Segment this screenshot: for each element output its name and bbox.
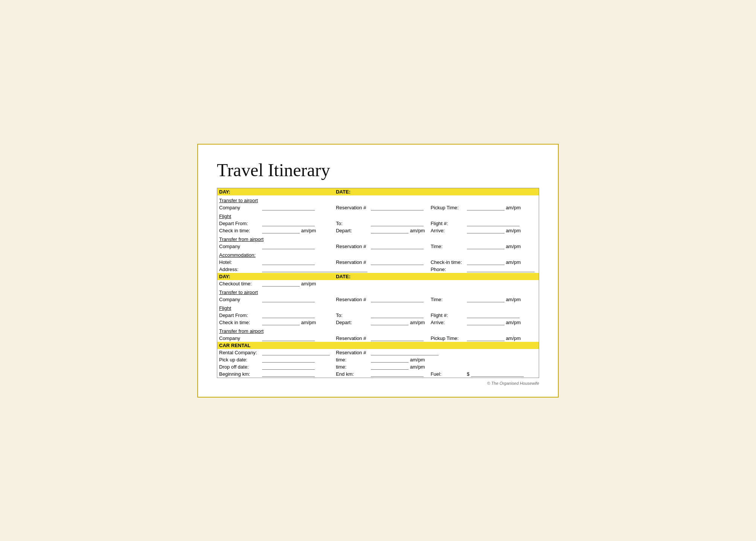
- d2-flight-flightnum-input[interactable]: [465, 312, 539, 319]
- d2-transfer1-company-input[interactable]: [260, 296, 334, 303]
- d2-flight-arrive-input[interactable]: am/pm: [465, 319, 539, 326]
- checkout-row: Checkout time: am/pm: [217, 280, 539, 287]
- transfer-from1-time-input[interactable]: am/pm: [465, 243, 539, 250]
- d2-flight-checkin-input[interactable]: am/pm: [260, 319, 334, 326]
- car-row1: Rental Company: Reservation #: [217, 349, 539, 356]
- flight1-depart-input[interactable]: am/pm: [369, 227, 428, 234]
- d2-flight-title: Flight: [219, 305, 231, 311]
- d2-transfer-from-title: Transfer from airport: [219, 328, 264, 334]
- transfer1-pickup-input[interactable]: am/pm: [465, 204, 539, 211]
- transfer-from1-company-label: Company: [217, 243, 261, 250]
- d2-flight-ampm1: am/pm: [301, 320, 316, 325]
- accomm-hotel-input[interactable]: [260, 259, 334, 266]
- accomm-address-input[interactable]: [260, 266, 429, 273]
- car-pickup-date-input[interactable]: [260, 356, 334, 363]
- accomm-reservation-label: Reservation #: [334, 259, 369, 266]
- transfer-from1-company-input[interactable]: [260, 243, 334, 250]
- itinerary-table: DAY: DATE: Transfer to airport Company R…: [217, 188, 539, 378]
- transfer-from1-reservation-label: Reservation #: [334, 243, 369, 250]
- flight1-to-input[interactable]: [369, 220, 428, 227]
- flight1-title-cell: Flight: [217, 211, 539, 220]
- flight1-flightnum-input[interactable]: [465, 220, 539, 227]
- day2-header-row: DAY: DATE:: [217, 273, 539, 280]
- d2-transfer1-time-input[interactable]: am/pm: [465, 296, 539, 303]
- transfer1-title: Transfer to airport: [219, 198, 258, 203]
- transfer1-company-input[interactable]: [260, 204, 334, 211]
- transfer-from1-title: Transfer from airport: [219, 236, 264, 242]
- car-time1-label: time:: [334, 356, 369, 363]
- car-beginning-km-input[interactable]: [260, 370, 334, 378]
- car-rental-header-cell: CAR RENTAL: [217, 342, 539, 349]
- d2-transfer1-reservation-label: Reservation #: [334, 296, 369, 303]
- d2-transfer1-title: Transfer to airport: [219, 290, 258, 295]
- transfer-from1-ampm: am/pm: [506, 244, 521, 249]
- transfer1-ampm: am/pm: [506, 205, 521, 210]
- copyright-text: © The Organised Housewife: [217, 381, 539, 386]
- d2-flight-depart-from-label: Depart From:: [217, 312, 261, 319]
- accomm-reservation-input[interactable]: [369, 259, 428, 266]
- day2-date-label: DATE:: [336, 274, 351, 279]
- d2-flight-ampm2: am/pm: [410, 320, 425, 325]
- d2-transfer-from-reservation-input[interactable]: [369, 335, 428, 342]
- car-reservation-input[interactable]: [369, 349, 539, 356]
- checkout-input[interactable]: am/pm: [260, 280, 334, 287]
- d2-flight-row1: Depart From: To: Flight #:: [217, 312, 539, 319]
- d2-flight-row2: Check in time: am/pm Depart: am/pm Arriv…: [217, 319, 539, 326]
- car-row3-empty: [429, 363, 539, 370]
- accomm-checkin-input[interactable]: am/pm: [465, 259, 539, 266]
- car-time2-label: time:: [334, 363, 369, 370]
- page-title: Travel Itinerary: [217, 160, 539, 180]
- accomm-ampm: am/pm: [506, 259, 521, 265]
- car-rental-company-input[interactable]: [260, 349, 334, 356]
- transfer-from1-time-label: Time:: [429, 243, 465, 250]
- day1-header-row: DAY: DATE:: [217, 188, 539, 195]
- car-end-km-input[interactable]: [369, 370, 428, 378]
- transfer1-reservation-input[interactable]: [369, 204, 428, 211]
- flight1-title: Flight: [219, 213, 231, 219]
- flight1-to-label: To:: [334, 220, 369, 227]
- transfer-from1-title-cell: Transfer from airport: [217, 234, 539, 243]
- car-fuel-input[interactable]: $: [465, 370, 539, 378]
- car-row2-empty: [429, 356, 539, 363]
- flight1-depart-from-input[interactable]: [260, 220, 334, 227]
- flight1-arrive-label: Arrive:: [429, 227, 465, 234]
- car-fuel-label: Fuel:: [429, 370, 465, 378]
- d2-flight-depart-label: Depart:: [334, 319, 369, 326]
- d2-flight-depart-from-input[interactable]: [260, 312, 334, 319]
- car-row3: Drop off date: time: am/pm: [217, 363, 539, 370]
- d2-flight-flightnum-label: Flight #:: [429, 312, 465, 319]
- d2-transfer1-reservation-input[interactable]: [369, 296, 428, 303]
- transfer1-title-row: Transfer to airport: [217, 195, 539, 204]
- page: Travel Itinerary DAY: DATE: Transfer to …: [197, 144, 559, 398]
- d2-transfer1-ampm: am/pm: [506, 297, 521, 302]
- accomm-row2: Address: Phone:: [217, 266, 539, 273]
- d2-transfer-from-pickup-input[interactable]: am/pm: [465, 335, 539, 342]
- transfer-from1-title-row: Transfer from airport: [217, 234, 539, 243]
- accomm-phone-input[interactable]: [465, 266, 539, 273]
- d2-flight-to-label: To:: [334, 312, 369, 319]
- day1-day-cell: DAY:: [217, 188, 334, 195]
- d2-transfer-from-title-row: Transfer from airport: [217, 326, 539, 335]
- car-reservation-label: Reservation #: [334, 349, 369, 356]
- d2-flight-arrive-label: Arrive:: [429, 319, 465, 326]
- d2-transfer-from-company-label: Company: [217, 335, 261, 342]
- flight1-title-row: Flight: [217, 211, 539, 220]
- d2-flight-to-input[interactable]: [369, 312, 428, 319]
- car-dropoff-date-input[interactable]: [260, 363, 334, 370]
- d2-transfer-from-company-input[interactable]: [260, 335, 334, 342]
- flight1-checkin-input[interactable]: am/pm: [260, 227, 334, 234]
- car-rental-title: CAR RENTAL: [219, 343, 251, 348]
- d2-transfer1-title-cell: Transfer to airport: [217, 287, 539, 296]
- transfer-from1-reservation-input[interactable]: [369, 243, 428, 250]
- car-end-km-label: End km:: [334, 370, 369, 378]
- car-rental-company-label: Rental Company:: [217, 349, 261, 356]
- d2-flight-depart-input[interactable]: am/pm: [369, 319, 428, 326]
- car-time1-input[interactable]: am/pm: [369, 356, 428, 363]
- accomm-checkin-label: Check-in time:: [429, 259, 465, 266]
- flight1-depart-label: Depart:: [334, 227, 369, 234]
- car-time2-input[interactable]: am/pm: [369, 363, 428, 370]
- car-dollar: $: [467, 371, 469, 377]
- flight1-arrive-input[interactable]: am/pm: [465, 227, 539, 234]
- accomm-address-label: Address:: [217, 266, 261, 273]
- car-beginning-km-label: Beginning km:: [217, 370, 261, 378]
